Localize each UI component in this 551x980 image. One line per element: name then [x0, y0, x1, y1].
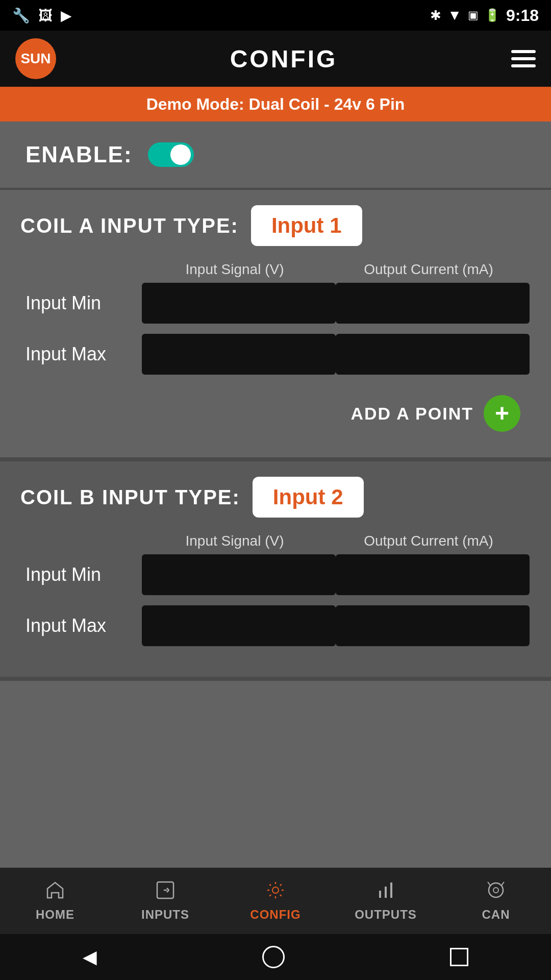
nav-home-label: HOME — [36, 908, 74, 922]
back-button[interactable]: ◀ — [83, 946, 97, 968]
status-icons-left: 🔧 🖼 ▶ — [12, 7, 72, 24]
home-button[interactable] — [262, 946, 285, 968]
menu-button[interactable] — [511, 50, 536, 67]
add-point-row: ADD A POINT + — [20, 385, 531, 437]
image-icon: 🖼 — [38, 7, 53, 24]
enable-section: ENABLE: — [0, 121, 551, 190]
inputs-icon — [156, 880, 175, 904]
coil-b-input-type-button[interactable]: Input 2 — [253, 477, 364, 518]
coil-a-input-max-signal[interactable] — [142, 334, 336, 375]
add-point-button[interactable]: + — [484, 395, 520, 432]
battery-icon: 🔋 — [485, 8, 500, 22]
coil-a-input-min-signal[interactable] — [142, 283, 336, 324]
coil-a-input-min-row: Input Min — [26, 283, 525, 324]
nav-can-label: CAN — [482, 908, 510, 922]
signal-icon: ▣ — [468, 9, 479, 22]
coil-a-section: COIL A INPUT TYPE: Input 1 Input Signal … — [0, 190, 551, 461]
coil-a-input-max-row: Input Max — [26, 334, 525, 375]
svg-point-5 — [489, 883, 503, 897]
app-header: sun CONFIG — [0, 31, 551, 87]
config-icon — [266, 880, 285, 904]
demo-banner: Demo Mode: Dual Coil - 24v 6 Pin — [0, 87, 551, 121]
sun-logo: sun — [15, 38, 56, 79]
status-bar: 🔧 🖼 ▶ ✱ ▼ ▣ 🔋 9:18 — [0, 0, 551, 31]
coil-a-input-min-label: Input Min — [26, 292, 138, 314]
coil-a-input-max-current[interactable] — [336, 334, 530, 375]
coil-b-grid-headers: Input Signal (V) Output Current (mA) — [26, 533, 525, 549]
coil-b-input-max-current[interactable] — [336, 605, 530, 646]
wifi-icon: ▼ — [447, 7, 462, 23]
coil-b-input-min-label: Input Min — [26, 564, 138, 585]
coil-a-input-max-label: Input Max — [26, 344, 138, 365]
nav-outputs-label: OUTPUTS — [355, 908, 417, 922]
demo-banner-text: Demo Mode: Dual Coil - 24v 6 Pin — [146, 95, 405, 114]
coil-a-input-min-current[interactable] — [336, 283, 530, 324]
toggle-knob — [170, 144, 191, 165]
coil-b-input-min-signal[interactable] — [142, 554, 336, 595]
recents-button[interactable] — [450, 948, 468, 966]
play-icon: ▶ — [61, 7, 72, 24]
coil-a-grid-headers: Input Signal (V) Output Current (mA) — [26, 261, 525, 278]
enable-label: ENABLE: — [26, 142, 133, 167]
nav-can[interactable]: CAN — [441, 868, 551, 934]
coil-a-grid: Input Signal (V) Output Current (mA) Inp… — [20, 261, 531, 375]
nav-config-label: CONFIG — [250, 908, 300, 922]
bluetooth-icon: ✱ — [430, 8, 441, 23]
coil-b-grid: Input Signal (V) Output Current (mA) Inp… — [20, 533, 531, 646]
coil-b-header: COIL B INPUT TYPE: Input 2 — [20, 477, 531, 518]
nav-config[interactable]: CONFIG — [220, 868, 331, 934]
col-b-output-current-header: Output Current (mA) — [332, 533, 525, 549]
coil-a-input-type-button[interactable]: Input 1 — [251, 205, 362, 246]
home-icon — [45, 880, 65, 904]
nav-inputs[interactable]: INPUTS — [110, 868, 220, 934]
add-point-label: ADD A POINT — [351, 404, 473, 424]
coil-b-input-max-row: Input Max — [26, 605, 525, 646]
status-time: 9:18 — [506, 6, 539, 25]
nav-home[interactable]: HOME — [0, 868, 110, 934]
enable-toggle[interactable] — [148, 142, 194, 167]
col-output-current-header: Output Current (mA) — [332, 261, 525, 278]
col-input-signal-header: Input Signal (V) — [138, 261, 332, 278]
status-icons-right: ✱ ▼ ▣ 🔋 9:18 — [430, 6, 539, 25]
android-nav: ◀ — [0, 934, 551, 980]
coil-a-header: COIL A INPUT TYPE: Input 1 — [20, 205, 531, 246]
nav-inputs-label: INPUTS — [141, 908, 189, 922]
bottom-nav: HOME INPUTS CONFIG OUTPUTS — [0, 868, 551, 934]
wrench-icon: 🔧 — [12, 7, 30, 24]
coil-b-input-min-row: Input Min — [26, 554, 525, 595]
svg-point-6 — [493, 888, 498, 893]
coil-b-input-max-label: Input Max — [26, 615, 138, 636]
coil-b-input-min-current[interactable] — [336, 554, 530, 595]
coil-b-section: COIL B INPUT TYPE: Input 2 Input Signal … — [0, 461, 551, 681]
svg-point-1 — [272, 887, 279, 893]
col-spacer — [26, 261, 138, 278]
coil-b-label: COIL B INPUT TYPE: — [20, 486, 240, 509]
coil-a-label: COIL A INPUT TYPE: — [20, 214, 239, 237]
col-b-input-signal-header: Input Signal (V) — [138, 533, 332, 549]
page-title: CONFIG — [230, 45, 338, 73]
nav-outputs[interactable]: OUTPUTS — [331, 868, 441, 934]
outputs-icon — [376, 880, 395, 904]
can-icon — [486, 880, 506, 904]
col-b-spacer — [26, 533, 138, 549]
coil-b-input-max-signal[interactable] — [142, 605, 336, 646]
main-content: ENABLE: COIL A INPUT TYPE: Input 1 Input… — [0, 121, 551, 868]
